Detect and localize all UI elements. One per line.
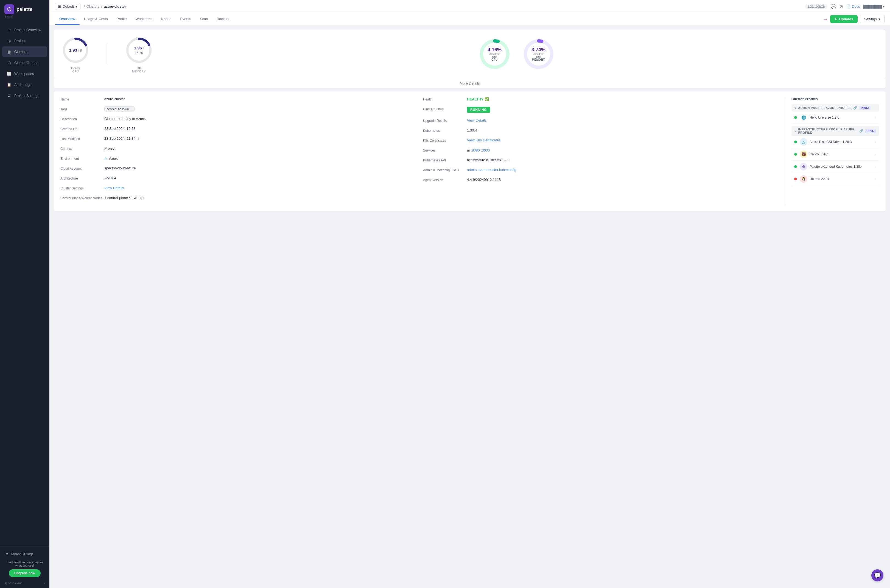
gauge-section: 1.93 / 8 Cores CPU xyxy=(60,35,154,73)
profile-item-hello-universe[interactable]: 🌐 Hello Universe 1.2.0 › xyxy=(791,111,879,124)
profile-item-calico[interactable]: 🐻 Calico 3.26.1 › xyxy=(791,148,879,160)
palette-k8s-name: Palette eXtended Kubernetes 1.30.4 xyxy=(810,165,875,168)
detail-arch-label: Architecture xyxy=(60,176,104,180)
detail-desc: Description Cluster to deploy to Azure. xyxy=(60,117,416,121)
settings-button[interactable]: Settings ▾ xyxy=(860,15,884,23)
app-version: 4.4.19 xyxy=(0,15,50,22)
tab-actions: → ↻ Updates Settings ▾ xyxy=(822,15,884,23)
service-port2[interactable]: :3000 xyxy=(481,148,490,152)
infra-link-icon: 🔗 xyxy=(859,129,863,133)
content-area: 1.93 / 8 Cores CPU xyxy=(50,25,890,588)
detail-cert-link[interactable]: View K8s Certificates xyxy=(467,138,501,142)
sidebar-item-project-overview[interactable]: ⊞ Project Overview xyxy=(2,24,47,35)
sidebar-item-audit-logs[interactable]: 📋 Audit Logs xyxy=(2,80,47,90)
detail-settings-link[interactable]: View Details xyxy=(104,186,124,190)
credit-badge: 1.29/100kCh xyxy=(805,4,827,9)
chat-icon[interactable]: 💬 xyxy=(831,4,836,9)
updates-arrow-icon: → xyxy=(822,16,828,22)
sidebar-item-cluster-groups[interactable]: ⬡ Cluster Groups xyxy=(2,57,47,68)
infra-profile-label: INFRASTRUCTURE PROFILE AZURE-PROFILE xyxy=(798,128,857,134)
detail-arch-value: AMD64 xyxy=(104,176,116,180)
updates-button[interactable]: ↻ Updates xyxy=(830,15,858,23)
details-left: Name azure-cluster Tags service: hello-u… xyxy=(60,97,416,206)
tab-backups[interactable]: Backups xyxy=(213,14,235,25)
infra-profile-group: ∨ INFRASTRUCTURE PROFILE AZURE-PROFILE 🔗… xyxy=(791,126,879,185)
cpu-gauge-center: 1.93 / 8 xyxy=(69,48,82,53)
collapse-icon[interactable]: ‹ xyxy=(44,581,45,585)
tab-events[interactable]: Events xyxy=(176,14,195,25)
memory-gauge: 1.96 / 16.76 Gb MEMORY xyxy=(124,35,154,73)
detail-kubeconfig-link[interactable]: admin.azure-cluster.kubeconfig xyxy=(467,168,516,172)
detail-cloud: Cloud Account spectro-cloud-azure xyxy=(60,166,416,171)
detail-k8s-api: Kubernetes API https://azure-cluster-cf4… xyxy=(423,158,779,162)
sidebar-item-label: Workspaces xyxy=(14,72,34,76)
detail-status-label: Cluster Status xyxy=(423,107,467,113)
detail-cpw: Control Plane/Worker Nodes 1 control-pla… xyxy=(60,196,416,200)
docs-button[interactable]: 📄 Docs xyxy=(846,4,860,9)
profile-item-palette-k8s[interactable]: ⚙ Palette eXtended Kubernetes 1.30.4 › xyxy=(791,160,879,173)
detail-cloud-value: spectro-cloud-azure xyxy=(104,166,136,171)
workspace-selector[interactable]: ⊞ Default ▾ xyxy=(55,3,80,10)
addon-profile-header[interactable]: ∨ ADDON PROFILE AZURE-PROFILE 🔗 PROJ xyxy=(791,104,879,111)
metrics-card: 1.93 / 8 Cores CPU xyxy=(54,30,885,78)
addon-badge: PROJ xyxy=(859,106,870,110)
logo-icon: ⬡ xyxy=(5,4,14,14)
sidebar-item-workspaces[interactable]: ⬜ Workspaces xyxy=(2,68,47,79)
tab-profile[interactable]: Profile xyxy=(112,14,131,25)
cpu-used-value: 1.93 xyxy=(69,48,77,52)
copy-api-icon[interactable]: ⎘ xyxy=(507,158,510,162)
detail-upgrade-link[interactable]: View Details xyxy=(467,118,486,123)
ubuntu-icon: 🐧 xyxy=(800,175,807,183)
service-port1[interactable]: :8080 xyxy=(471,148,480,152)
memory-gauge-center: 1.96 / 16.76 xyxy=(132,45,147,56)
cpu-donut: 4.16% Used from total CPU xyxy=(478,38,511,70)
project-settings-icon: ⚙ xyxy=(7,93,12,98)
user-info[interactable]: ████████ ▾ xyxy=(863,4,884,9)
tab-scan[interactable]: Scan xyxy=(195,14,213,25)
breadcrumb-clusters-link[interactable]: Clusters xyxy=(87,4,100,9)
tab-overview[interactable]: Overview xyxy=(55,14,80,25)
more-details-link[interactable]: More Details xyxy=(54,78,885,88)
tenant-settings[interactable]: ⚙ Tenant Settings xyxy=(3,550,46,558)
donut-section: 4.16% Used from total CPU xyxy=(478,38,555,70)
sidebar-item-project-settings[interactable]: ⚙ Project Settings xyxy=(2,90,47,101)
upgrade-button[interactable]: Upgrade now xyxy=(9,569,41,577)
cpu-pct-value: 4.16% xyxy=(486,47,503,53)
infra-chevron-icon: ∨ xyxy=(794,129,796,133)
audit-logs-icon: 📋 xyxy=(7,82,12,87)
modified-info-icon[interactable]: ℹ xyxy=(138,136,139,141)
tab-usage-costs[interactable]: Usage & Costs xyxy=(80,14,112,25)
detail-modified-label: Last Modified xyxy=(60,136,104,141)
memory-donut-container: 3.74% Used from total MEMORY xyxy=(522,38,555,70)
detail-services-label: Services xyxy=(423,148,467,152)
detail-created: Created On 23 Sep 2024, 19:53 xyxy=(60,126,416,131)
kubeconfig-info-icon[interactable]: ℹ xyxy=(458,168,459,172)
settings-chevron-icon: ▾ xyxy=(878,17,880,21)
tab-nodes[interactable]: Nodes xyxy=(157,14,176,25)
detail-settings-label: Cluster Settings xyxy=(60,186,104,190)
detail-status-value: RUNNING xyxy=(467,107,490,113)
mem-used-label: Used from total xyxy=(530,53,547,58)
breadcrumb-cluster: azure-cluster xyxy=(104,4,126,9)
help-icon[interactable]: ⊙ xyxy=(839,4,843,9)
mem-pct-value: 3.74% xyxy=(530,47,547,53)
detail-cert-label: K8s Certificates xyxy=(423,138,467,142)
detail-env-label: Environment xyxy=(60,156,104,160)
sidebar-item-label: Cluster Groups xyxy=(14,61,38,65)
cpu-gauge: 1.93 / 8 Cores CPU xyxy=(60,35,91,73)
palette-k8s-status-dot xyxy=(794,165,797,168)
profile-item-ubuntu[interactable]: 🐧 Ubuntu 22.04 › xyxy=(791,173,879,185)
logo: ⬡ palette xyxy=(0,0,50,15)
detail-kubeconfig-label: Admin Kubeconfig File ℹ xyxy=(423,168,467,172)
infra-profile-header[interactable]: ∨ INFRASTRUCTURE PROFILE AZURE-PROFILE 🔗… xyxy=(791,126,879,136)
tab-workloads[interactable]: Workloads xyxy=(131,14,156,25)
sidebar-item-clusters[interactable]: ▦ Clusters xyxy=(2,46,47,57)
profile-item-azure-disk[interactable]: △ Azure Disk CSI Driver 1.28.3 › xyxy=(791,136,879,148)
detail-k8s-label: Kubernetes xyxy=(423,128,467,133)
breadcrumb-sep2: / xyxy=(101,4,102,9)
chat-fab-button[interactable]: 💬 xyxy=(871,569,883,581)
calico-chevron-icon: › xyxy=(875,152,876,156)
hello-universe-chevron-icon: › xyxy=(875,116,876,119)
sidebar-item-profiles[interactable]: ◎ Profiles xyxy=(2,35,47,46)
calico-name: Calico 3.26.1 xyxy=(810,152,875,156)
